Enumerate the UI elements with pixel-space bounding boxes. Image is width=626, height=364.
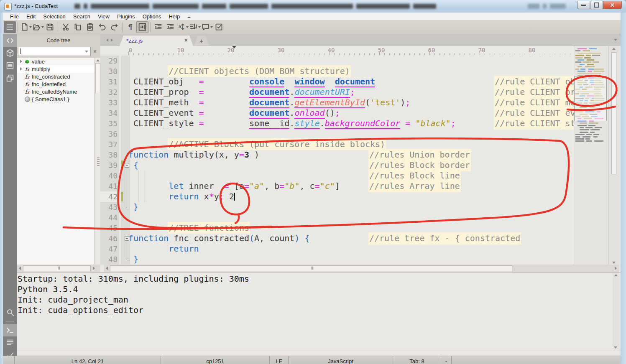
scrollbar-thumb[interactable] bbox=[110, 265, 512, 271]
new-tab-button[interactable]: + bbox=[194, 36, 209, 46]
chevron-down-icon[interactable] bbox=[41, 26, 44, 28]
tree-item-value[interactable]: value bbox=[17, 58, 95, 65]
tree-item-fncconstracted[interactable]: fxfnc_constracted bbox=[17, 73, 95, 80]
new-file-button[interactable] bbox=[20, 21, 32, 33]
status-tab-size[interactable]: Tab: 8 bbox=[393, 356, 441, 364]
sort-az-button[interactable]: a bbox=[176, 21, 189, 33]
paste-button[interactable] bbox=[84, 21, 96, 33]
indent-button[interactable] bbox=[152, 21, 164, 33]
code-tree-sidebar-button[interactable] bbox=[3, 34, 17, 47]
scrollbar-thumb[interactable] bbox=[95, 63, 100, 93]
console-panel[interactable]: Startup: total: 310ms, including plugins… bbox=[17, 272, 621, 356]
expander-icon[interactable] bbox=[20, 60, 22, 63]
code-line-41[interactable]: 41 let inner = [a="a", b="b", c="c"]//ru… bbox=[100, 181, 574, 191]
code-line-48[interactable]: 48 } bbox=[100, 254, 574, 265]
redo-button[interactable] bbox=[108, 21, 120, 33]
tab-scroll-right-icon[interactable] bbox=[111, 38, 113, 42]
main-menu-button[interactable] bbox=[4, 21, 16, 33]
status-line-endings[interactable]: LF bbox=[270, 356, 289, 364]
unindent-button[interactable] bbox=[164, 21, 176, 33]
scroll-down-icon[interactable] bbox=[614, 346, 617, 349]
checkbox-button[interactable] bbox=[213, 21, 225, 33]
chevron-down-icon[interactable] bbox=[85, 51, 88, 53]
code-line-46[interactable]: 46function fnc_constracted(A, count) {//… bbox=[100, 233, 574, 244]
chevron-down-icon[interactable] bbox=[186, 26, 189, 28]
list-sidebar-button[interactable] bbox=[3, 59, 17, 72]
tab-scroll-left-icon[interactable] bbox=[106, 38, 108, 42]
code-line-31[interactable]: 31 CLIENT_obj = console window document/… bbox=[100, 76, 574, 87]
scrollbar-thumb[interactable] bbox=[23, 265, 91, 271]
console-sidebar-button[interactable] bbox=[3, 324, 17, 336]
chevron-down-icon[interactable] bbox=[198, 26, 201, 28]
chevron-down-icon[interactable] bbox=[210, 26, 213, 28]
scroll-left-icon[interactable] bbox=[106, 267, 108, 270]
code-line-42[interactable]: 42 return x*y; 2 bbox=[100, 191, 574, 202]
menu-item-[interactable]: = bbox=[184, 13, 194, 20]
menu-item-search[interactable]: Search bbox=[69, 13, 94, 20]
minimap[interactable] bbox=[574, 46, 607, 265]
code-line-45[interactable]: 45 //TREE functions bbox=[100, 223, 574, 233]
menu-item-help[interactable]: Help bbox=[165, 13, 184, 20]
undo-button[interactable] bbox=[96, 21, 108, 33]
code-line-37[interactable]: 37 //ACTIVE Blocks (put cursore inside b… bbox=[100, 139, 574, 150]
scroll-right-icon[interactable] bbox=[615, 267, 617, 270]
code-line-39[interactable]: 39 {//rules Block border bbox=[100, 160, 574, 171]
minimize-button[interactable] bbox=[577, 1, 590, 9]
scrollbar-thumb[interactable] bbox=[611, 52, 616, 174]
scroll-right-icon[interactable] bbox=[93, 267, 95, 270]
menu-item-options[interactable]: Options bbox=[139, 13, 165, 20]
tab-list-menu-icon[interactable] bbox=[614, 39, 617, 41]
scroll-up-icon[interactable] bbox=[612, 48, 616, 50]
comment-button[interactable] bbox=[201, 21, 213, 33]
code-line-47[interactable]: 47 return bbox=[100, 244, 574, 254]
tree-item-someclass1[interactable]: { SomeClass1 } bbox=[17, 95, 95, 103]
word-wrap-button[interactable] bbox=[136, 21, 148, 33]
tree-item-fnccalledbyname[interactable]: fxfnc_calledByName bbox=[17, 88, 95, 95]
code-line-44[interactable]: 44 bbox=[100, 212, 574, 223]
code-line-34[interactable]: 34 CLIENT_event = document.onload();//ru… bbox=[100, 108, 574, 118]
cut-button[interactable] bbox=[60, 21, 72, 33]
maximize-button[interactable] bbox=[590, 1, 603, 9]
scroll-up-icon[interactable] bbox=[96, 59, 100, 61]
search-sidebar-button[interactable] bbox=[3, 306, 17, 318]
tree-horizontal-scrollbar[interactable] bbox=[17, 265, 100, 272]
scroll-up-icon[interactable] bbox=[614, 274, 618, 276]
menu-item-selection[interactable]: Selection bbox=[39, 13, 69, 20]
tree-item-multiply[interactable]: fxmultiply bbox=[17, 65, 95, 73]
pilcrow-button[interactable]: ¶ bbox=[124, 21, 136, 33]
code-line-32[interactable]: 32 CLIENT_prop = document.documentURI;//… bbox=[100, 87, 574, 97]
save-button[interactable] bbox=[44, 21, 56, 33]
code-line-40[interactable]: 40//rules Block line bbox=[100, 171, 574, 181]
code-line-33[interactable]: 33 CLIENT_meth = document.getElementById… bbox=[100, 97, 574, 108]
code-line-29[interactable]: 29 bbox=[100, 56, 574, 66]
tab-zzz-js[interactable]: *zzz.js × bbox=[120, 36, 193, 46]
panel-splitter[interactable] bbox=[97, 157, 100, 167]
expander-icon[interactable] bbox=[20, 67, 22, 71]
filter-clear-button[interactable]: × bbox=[91, 48, 99, 55]
copy-button[interactable] bbox=[72, 21, 84, 33]
minimap-viewport[interactable] bbox=[574, 76, 607, 121]
package-sidebar-button[interactable] bbox=[3, 47, 17, 59]
sort-lines-button[interactable] bbox=[189, 21, 201, 33]
tab-close-icon[interactable]: × bbox=[184, 37, 188, 43]
tree-item-fncidentefied[interactable]: fxfnc_identefied bbox=[17, 80, 95, 88]
code-line-38[interactable]: 38function multiply(x, y=3 )//rules Unio… bbox=[100, 150, 574, 160]
close-button[interactable]: ✕ bbox=[603, 1, 622, 9]
code-line-43[interactable]: 43 } bbox=[100, 202, 574, 212]
scroll-left-icon[interactable] bbox=[19, 267, 21, 270]
status-caret-position[interactable]: Ln 42, Col 21 bbox=[15, 356, 161, 364]
editor-horizontal-scrollbar[interactable] bbox=[104, 265, 619, 272]
output-sidebar-button[interactable] bbox=[3, 336, 17, 349]
scroll-down-icon[interactable] bbox=[612, 262, 616, 264]
tabs-sidebar-button[interactable] bbox=[3, 72, 17, 84]
code-line-36[interactable]: 36 bbox=[100, 129, 574, 139]
chevron-down-icon[interactable] bbox=[29, 26, 32, 28]
status-selection[interactable]: - bbox=[441, 356, 452, 364]
open-file-button[interactable] bbox=[32, 21, 44, 33]
console-scrollbar[interactable] bbox=[613, 273, 619, 349]
tree-filter-input[interactable] bbox=[18, 47, 91, 56]
code-area[interactable]: 2930 //CLIENT objects (DOM BOM structure… bbox=[100, 56, 574, 265]
menu-item-file[interactable]: File bbox=[6, 13, 23, 20]
editor-vertical-scrollbar[interactable] bbox=[608, 46, 619, 265]
menu-item-plugins[interactable]: Plugins bbox=[113, 13, 139, 20]
